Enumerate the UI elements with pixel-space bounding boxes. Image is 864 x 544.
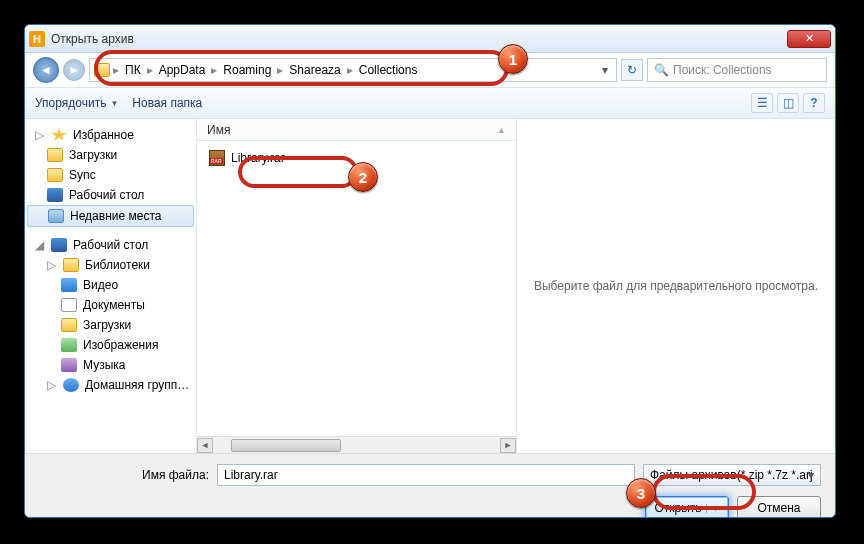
breadcrumb-sep: ▸ — [112, 63, 120, 77]
scroll-thumb[interactable] — [231, 439, 341, 452]
file-item[interactable]: Library.rar — [203, 147, 510, 169]
organize-button[interactable]: Упорядочить ▼ — [35, 96, 118, 110]
sidebar-recent[interactable]: Недавние места — [27, 205, 194, 227]
folder-icon — [47, 168, 63, 182]
open-button[interactable]: Открыть▼ — [645, 496, 729, 518]
titlebar: H Открыть архив ✕ — [25, 25, 835, 53]
desktop-icon — [47, 188, 63, 202]
star-icon — [51, 128, 67, 142]
sidebar: ▷Избранное Загрузки Sync Рабочий стол Не… — [25, 119, 197, 453]
music-icon — [61, 358, 77, 372]
library-icon — [63, 258, 79, 272]
filename-input[interactable] — [217, 464, 635, 486]
breadcrumb[interactable]: Collections — [356, 61, 421, 79]
filetype-combo[interactable]: Файлы архивов(*.zip *.7z *.arj — [643, 464, 821, 486]
folder-icon — [94, 63, 110, 77]
nav-back-button[interactable]: ◄ — [33, 57, 59, 83]
address-dropdown-icon[interactable]: ▾ — [598, 63, 612, 77]
folder-icon — [61, 318, 77, 332]
scroll-left-icon[interactable]: ◄ — [197, 438, 213, 453]
sidebar-favorites[interactable]: ▷Избранное — [25, 125, 196, 145]
breadcrumb[interactable]: ПК — [122, 61, 144, 79]
search-input[interactable]: 🔍 Поиск: Collections — [647, 58, 827, 82]
breadcrumb[interactable]: Roaming — [220, 61, 274, 79]
sidebar-desktop2[interactable]: ◢Рабочий стол — [25, 235, 196, 255]
horizontal-scrollbar[interactable]: ◄ ► — [197, 436, 516, 453]
scroll-right-icon[interactable]: ► — [500, 438, 516, 453]
video-icon — [61, 278, 77, 292]
view-mode-button[interactable]: ☰ — [751, 93, 773, 113]
refresh-button[interactable]: ↻ — [621, 59, 643, 81]
search-icon: 🔍 — [654, 63, 669, 77]
preview-message: Выберите файл для предварительного просм… — [534, 279, 818, 293]
window-title: Открыть архив — [51, 32, 787, 46]
breadcrumb-sep: ▸ — [210, 63, 218, 77]
sidebar-downloads[interactable]: Загрузки — [25, 145, 196, 165]
document-icon — [61, 298, 77, 312]
preview-pane-button[interactable]: ◫ — [777, 93, 799, 113]
file-items: Library.rar — [197, 141, 516, 436]
sidebar-desktop[interactable]: Рабочий стол — [25, 185, 196, 205]
rar-icon — [209, 150, 225, 166]
sidebar-downloads2[interactable]: Загрузки — [25, 315, 196, 335]
sidebar-libraries[interactable]: ▷Библиотеки — [25, 255, 196, 275]
file-list: Имя▲ Library.rar ◄ ► — [197, 119, 517, 453]
search-placeholder: Поиск: Collections — [673, 63, 772, 77]
breadcrumb-sep: ▸ — [276, 63, 284, 77]
cancel-button[interactable]: Отмена — [737, 496, 821, 518]
filename-label: Имя файла: — [39, 468, 209, 482]
sidebar-video[interactable]: Видео — [25, 275, 196, 295]
nav-forward-button[interactable]: ► — [63, 59, 85, 81]
sidebar-sync[interactable]: Sync — [25, 165, 196, 185]
recent-icon — [48, 209, 64, 223]
homegroup-icon — [63, 378, 79, 392]
new-folder-button[interactable]: Новая папка — [132, 96, 202, 110]
dialog-body: ▷Избранное Загрузки Sync Рабочий стол Не… — [25, 119, 835, 453]
folder-icon — [47, 148, 63, 162]
help-button[interactable]: ? — [803, 93, 825, 113]
breadcrumb-sep: ▸ — [346, 63, 354, 77]
open-dialog: H Открыть архив ✕ ◄ ► ▸ ПК ▸ AppData ▸ R… — [24, 24, 836, 518]
chevron-down-icon[interactable]: ▼ — [706, 504, 720, 513]
image-icon — [61, 338, 77, 352]
file-pane: Имя▲ Library.rar ◄ ► Выберите файл для п… — [197, 119, 835, 453]
sidebar-music[interactable]: Музыка — [25, 355, 196, 375]
desktop-icon — [51, 238, 67, 252]
nav-row: ◄ ► ▸ ПК ▸ AppData ▸ Roaming ▸ Shareaza … — [25, 53, 835, 87]
app-icon: H — [29, 31, 45, 47]
close-button[interactable]: ✕ — [787, 30, 831, 48]
toolbar: Упорядочить ▼ Новая папка ☰ ◫ ? — [25, 87, 835, 119]
column-header-name[interactable]: Имя▲ — [197, 119, 516, 141]
file-name: Library.rar — [231, 151, 285, 165]
breadcrumb[interactable]: AppData — [156, 61, 209, 79]
preview-pane: Выберите файл для предварительного просм… — [517, 119, 835, 453]
breadcrumb-sep: ▸ — [146, 63, 154, 77]
address-bar[interactable]: ▸ ПК ▸ AppData ▸ Roaming ▸ Shareaza ▸ Co… — [89, 58, 617, 82]
sidebar-images[interactable]: Изображения — [25, 335, 196, 355]
dialog-footer: Имя файла: Файлы архивов(*.zip *.7z *.ar… — [25, 453, 835, 518]
sidebar-homegroup[interactable]: ▷Домашняя групп… — [25, 375, 196, 395]
view-controls: ☰ ◫ ? — [751, 93, 825, 113]
sidebar-documents[interactable]: Документы — [25, 295, 196, 315]
breadcrumb[interactable]: Shareaza — [286, 61, 343, 79]
